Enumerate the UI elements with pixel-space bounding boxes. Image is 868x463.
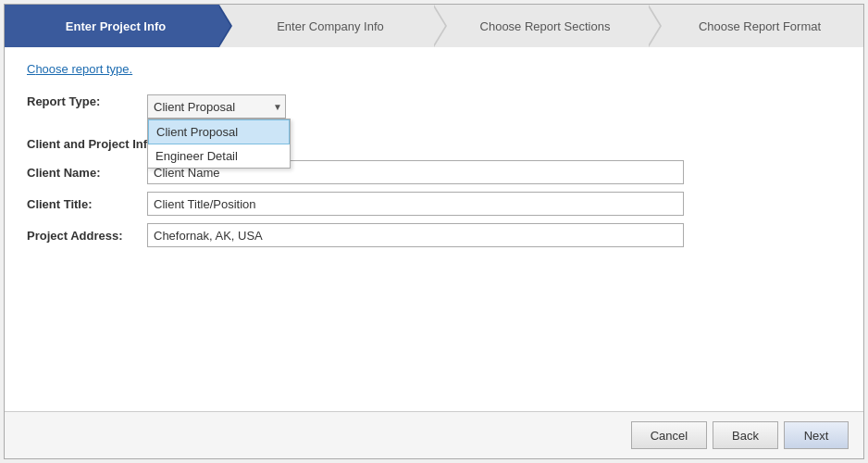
step-enter-company-info[interactable]: Enter Company Info: [219, 5, 434, 47]
step-choose-report-sections[interactable]: Choose Report Sections: [434, 5, 649, 47]
report-type-select[interactable]: Client Proposal Engineer Detail: [147, 94, 286, 119]
footer: Cancel Back Next: [5, 411, 863, 458]
report-type-row: Report Type: Client Proposal Engineer De…: [27, 94, 841, 119]
wizard-dialog: Enter Project Info Enter Company Info Ch…: [4, 4, 864, 459]
client-title-row: Client Title:: [27, 192, 841, 216]
project-address-input[interactable]: [147, 223, 684, 247]
client-name-label: Client Name:: [27, 166, 147, 180]
report-type-dropdown-popup: Client Proposal Engineer Detail: [147, 119, 291, 169]
steps-header: Enter Project Info Enter Company Info Ch…: [5, 5, 863, 47]
cancel-button[interactable]: Cancel: [631, 421, 707, 449]
project-address-label: Project Address:: [27, 229, 147, 243]
client-title-label: Client Title:: [27, 197, 147, 211]
report-type-label: Report Type:: [27, 94, 147, 108]
step-enter-project-info[interactable]: Enter Project Info: [5, 5, 219, 47]
main-content: Choose report type. Report Type: Client …: [5, 47, 863, 411]
step-label: Enter Project Info: [66, 19, 166, 33]
step-label: Choose Report Format: [699, 19, 821, 33]
report-type-dropdown-wrapper: Client Proposal Engineer Detail ▼ Client…: [147, 94, 286, 119]
step-label: Enter Company Info: [277, 19, 384, 33]
dropdown-item-engineer-detail[interactable]: Engineer Detail: [148, 144, 290, 168]
client-title-input[interactable]: [147, 192, 684, 216]
choose-report-type-link[interactable]: Choose report type.: [27, 62, 841, 76]
step-label: Choose Report Sections: [480, 19, 611, 33]
project-address-row: Project Address:: [27, 223, 841, 247]
step-choose-report-format[interactable]: Choose Report Format: [649, 5, 863, 47]
back-button[interactable]: Back: [713, 421, 778, 449]
dropdown-item-client-proposal[interactable]: Client Proposal: [148, 119, 290, 144]
next-button[interactable]: Next: [784, 421, 849, 449]
